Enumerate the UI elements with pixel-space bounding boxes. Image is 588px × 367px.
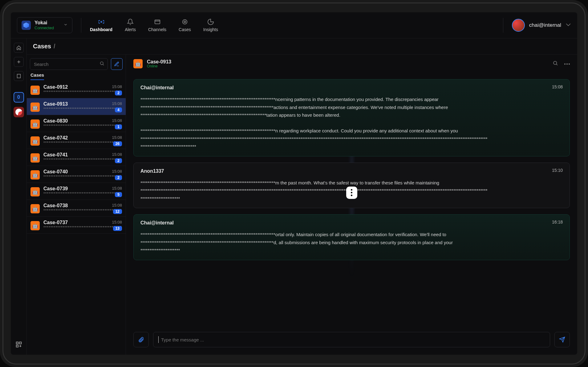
message[interactable]: Chai@internal16:18**********************… <box>133 214 570 260</box>
chat-pane: 🤖 Case-0913 Online Chai@internal15:08***… <box>126 54 577 355</box>
workspace-name: Yokai <box>34 20 54 26</box>
case-title: Case-0739 <box>43 186 122 192</box>
app-screen: Yokai Connected DashboardAlertsChannelsC… <box>11 12 577 355</box>
svg-point-4 <box>184 21 186 23</box>
case-time: 15:08 <box>112 220 122 224</box>
case-preview: ****************************************… <box>43 141 122 145</box>
insights-icon <box>207 18 214 25</box>
nav-channels[interactable]: Channels <box>148 18 166 32</box>
breadcrumb: Cases / <box>27 38 577 54</box>
case-preview: ****************************************… <box>43 107 122 111</box>
chat-header: 🤖 Case-0913 Online <box>126 54 577 73</box>
case-time: 15:08 <box>112 169 122 174</box>
svg-line-20 <box>556 64 557 65</box>
svg-point-21 <box>564 63 566 65</box>
case-item[interactable]: 🤖Case-0737******************************… <box>27 217 126 234</box>
search-input-wrap[interactable] <box>30 58 108 70</box>
unread-badge: 2 <box>115 91 122 95</box>
composer <box>133 332 570 347</box>
case-avatar: 🤖 <box>30 136 40 146</box>
case-time: 15:08 <box>112 203 122 208</box>
case-avatar: 🤖 <box>30 86 40 95</box>
message-input[interactable] <box>161 337 545 342</box>
floating-actions-menu[interactable] <box>346 187 357 199</box>
search-input[interactable] <box>34 62 96 67</box>
svg-point-19 <box>554 61 557 65</box>
nav-insights[interactable]: Insights <box>203 18 218 32</box>
message-time: 15:10 <box>552 168 563 173</box>
case-time: 15:08 <box>112 101 122 106</box>
compose-button[interactable] <box>111 58 123 70</box>
message-sender: Anon1337 <box>140 168 563 174</box>
case-list[interactable]: 🤖Case-0912******************************… <box>27 81 126 355</box>
case-item[interactable]: 🤖Case-0738******************************… <box>27 200 126 217</box>
server-icon-red[interactable] <box>14 107 24 117</box>
unread-badge: 2 <box>115 158 122 163</box>
case-item[interactable]: 🤖Case-0742******************************… <box>27 132 126 149</box>
chevron-down-icon <box>566 22 571 29</box>
breadcrumb-root[interactable]: Cases <box>33 43 51 50</box>
case-avatar: 🤖 <box>30 153 40 163</box>
case-avatar: 🤖 <box>30 103 40 112</box>
content: Cases / <box>27 38 577 355</box>
org-button[interactable] <box>14 71 24 81</box>
dashboard-icon <box>98 18 105 25</box>
case-preview: ****************************************… <box>43 124 122 128</box>
list-tab-cases[interactable]: Cases <box>27 72 126 81</box>
nav-label: Insights <box>203 27 218 32</box>
message-sender: Chai@internal <box>140 220 563 226</box>
message-input-wrap[interactable] <box>153 332 550 347</box>
unread-badge: 26 <box>113 141 122 146</box>
more-icon[interactable] <box>564 60 570 67</box>
nav-label: Alerts <box>125 27 136 32</box>
add-button[interactable] <box>14 57 24 67</box>
panes: Cases 🤖Case-0912************************… <box>27 54 577 355</box>
user-menu[interactable]: chai@internal <box>503 18 571 33</box>
case-avatar: 🤖 <box>30 221 40 230</box>
message-sender: Chai@internal <box>140 85 563 91</box>
case-title: Case-0912 <box>43 84 122 90</box>
case-item[interactable]: 🤖Case-0912******************************… <box>27 81 126 98</box>
chat-status: Online <box>147 64 171 68</box>
svg-rect-14 <box>16 345 18 347</box>
server-icon-yokai[interactable]: 0 <box>14 92 24 103</box>
case-preview: ****************************************… <box>43 158 122 162</box>
nav-alerts[interactable]: Alerts <box>125 18 136 32</box>
svg-point-3 <box>183 20 187 24</box>
send-button[interactable] <box>554 332 570 347</box>
home-button[interactable] <box>14 43 24 53</box>
case-preview: ****************************************… <box>43 90 122 94</box>
main-nav: DashboardAlertsChannelsCasesInsights <box>90 18 218 32</box>
svg-point-23 <box>569 63 570 65</box>
workspace-status: Connected <box>34 26 54 30</box>
case-list-pane: Cases 🤖Case-0912************************… <box>27 54 126 355</box>
nav-label: Channels <box>148 27 166 32</box>
case-preview: ****************************************… <box>43 225 122 230</box>
message[interactable]: Chai@internal15:08**********************… <box>133 79 570 156</box>
case-title: Case-0830 <box>43 118 122 124</box>
case-item[interactable]: 🤖Case-0740******************************… <box>27 166 126 183</box>
case-item[interactable]: 🤖Case-0739******************************… <box>27 183 126 200</box>
chat-search-icon[interactable] <box>553 60 558 67</box>
case-item[interactable]: 🤖Case-0913******************************… <box>27 98 126 115</box>
unread-badge: 12 <box>113 209 122 214</box>
message[interactable]: Anon133715:10***************************… <box>133 163 570 208</box>
nav-cases[interactable]: Cases <box>179 18 191 32</box>
message-text: ****************************************… <box>140 95 563 151</box>
nav-dashboard[interactable]: Dashboard <box>90 18 112 32</box>
user-avatar <box>512 19 525 32</box>
case-time: 15:08 <box>112 186 122 191</box>
divider <box>81 18 81 33</box>
workspace-switcher[interactable]: Yokai Connected <box>17 17 72 33</box>
case-item[interactable]: 🤖Case-0830******************************… <box>27 115 126 132</box>
apps-grid-icon[interactable] <box>15 341 22 349</box>
nav-label: Cases <box>179 27 191 32</box>
case-avatar: 🤖 <box>30 119 40 129</box>
chat-title: Case-0913 <box>147 59 171 65</box>
message-time: 16:18 <box>552 220 563 224</box>
attach-button[interactable] <box>133 332 149 347</box>
case-preview: ****************************************… <box>43 208 122 213</box>
svg-point-22 <box>566 63 568 65</box>
messages[interactable]: Chai@internal15:08**********************… <box>126 73 577 332</box>
case-item[interactable]: 🤖Case-0741******************************… <box>27 149 126 166</box>
